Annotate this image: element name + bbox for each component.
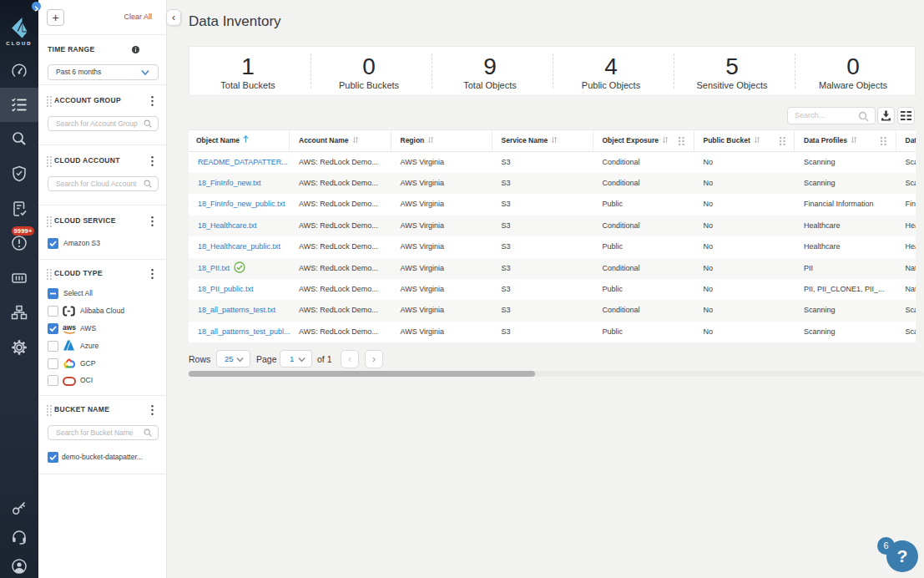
svg-text:aws: aws — [63, 323, 76, 332]
